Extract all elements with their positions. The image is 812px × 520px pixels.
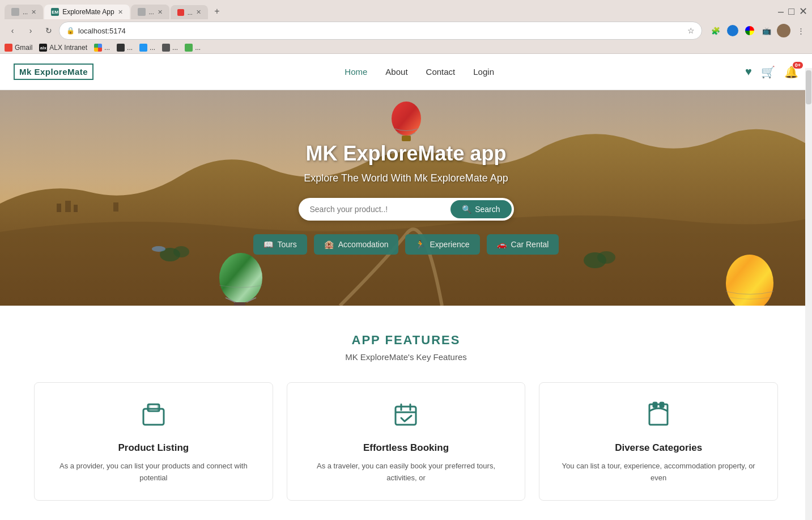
navbar: Mk ExploreMate Home About Contact Login … <box>0 54 812 90</box>
tab2-favicon: EM <box>51 8 59 16</box>
search-button[interactable]: 🔍 Search <box>450 200 511 218</box>
search-icon: 🔍 <box>462 205 471 214</box>
reload-button[interactable]: ↻ <box>41 23 57 39</box>
tab2-label: ExploreMate App <box>62 8 114 16</box>
svg-rect-33 <box>660 402 664 408</box>
tab3-label: ... <box>149 9 154 15</box>
svg-rect-26 <box>157 404 159 411</box>
feature-desc-effortless-booking: As a traveler, you can easily book your … <box>301 460 512 484</box>
hero-title: MK ExploreMate app <box>305 142 506 166</box>
features-grid: Product Listing As a provider, you can l… <box>34 382 778 501</box>
bookmark-gmail[interactable]: Gmail <box>5 44 32 52</box>
nav-links: Home About Contact Login <box>345 67 494 77</box>
colorful-icon[interactable] <box>743 24 756 37</box>
notification-badge: 0+ <box>793 62 803 69</box>
tab1-close-icon[interactable]: ✕ <box>31 9 36 16</box>
bookmark-3[interactable]: ... <box>94 44 110 52</box>
new-tab-button[interactable]: + <box>209 3 225 19</box>
tab4-favicon <box>177 9 184 16</box>
svg-rect-32 <box>653 402 657 408</box>
browser-titlebar: ... ✕ EM ExploreMate App ✕ ... ✕ ... ✕ + <box>0 0 812 19</box>
bookmark-7-label: ... <box>195 44 201 52</box>
scrollbar[interactable] <box>805 68 812 520</box>
lock-icon: 🔒 <box>66 27 75 35</box>
features-subheading: MK ExploreMate's Key Features <box>34 352 778 362</box>
nav-home[interactable]: Home <box>345 67 367 77</box>
tours-label: Tours <box>278 240 297 249</box>
category-tours[interactable]: 📖 Tours <box>253 234 307 255</box>
bookmark-6[interactable]: ... <box>162 44 178 52</box>
diverse-categories-icon <box>553 401 764 433</box>
effortless-booking-icon <box>301 401 512 433</box>
svg-rect-27 <box>396 407 416 425</box>
nav-about[interactable]: About <box>385 67 407 77</box>
browser-toolbar-icons: 🧩 📺 ⋮ <box>709 24 807 37</box>
car-rental-label: Car Rental <box>511 240 549 249</box>
svg-rect-31 <box>649 404 668 425</box>
tab3-close-icon[interactable]: ✕ <box>158 9 163 16</box>
tab4-label: ... <box>188 9 193 16</box>
bookmark-7[interactable]: ... <box>185 44 201 52</box>
hero-subtitle: Explore The World With Mk ExploreMate Ap… <box>304 172 508 184</box>
search-button-label: Search <box>475 205 500 214</box>
logo[interactable]: Mk ExploreMate <box>14 64 93 80</box>
experience-icon: 🏃 <box>415 240 425 249</box>
bookmark-gmail-label: Gmail <box>15 44 32 52</box>
browser-tab-3[interactable]: ... ✕ <box>131 5 169 19</box>
nav-contact[interactable]: Contact <box>426 67 456 77</box>
bookmarks-bar: Gmail alx ALX Intranet ... ... ... ... .… <box>0 42 812 54</box>
close-button[interactable]: ✕ <box>799 6 807 16</box>
back-button[interactable]: ‹ <box>5 23 20 39</box>
browser-tab-4[interactable]: ... ✕ <box>171 5 208 19</box>
bookmark-alx-label: ALX Intranet <box>49 44 87 52</box>
forward-button[interactable]: › <box>23 23 39 39</box>
feature-title-effortless-booking: Effortless Booking <box>301 442 512 454</box>
hero-content: MK ExploreMate app Explore The World Wit… <box>0 90 812 306</box>
category-car-rental[interactable]: 🚗 Car Rental <box>487 234 559 255</box>
bookmark-6-label: ... <box>172 44 178 52</box>
features-heading: APP FEATURES <box>34 333 778 348</box>
profile-icon[interactable] <box>726 24 739 37</box>
category-accommodation[interactable]: 🏨 Accomodation <box>314 234 399 255</box>
feature-title-product-listing: Product Listing <box>48 442 259 454</box>
product-listing-icon <box>48 401 259 433</box>
search-input[interactable] <box>310 205 451 214</box>
svg-rect-25 <box>148 404 150 411</box>
logo-text: Mk ExploreMate <box>19 67 88 77</box>
nav-icons: ♥ 🛒 🔔 0+ <box>745 65 798 79</box>
minimize-button[interactable]: – <box>778 6 784 16</box>
tab1-favicon <box>11 8 19 16</box>
cast-icon[interactable]: 📺 <box>760 24 773 37</box>
bookmark-4-label: ... <box>127 44 133 52</box>
user-profile-avatar[interactable] <box>777 24 790 37</box>
nav-login[interactable]: Login <box>473 67 494 77</box>
maximize-button[interactable]: □ <box>788 6 794 16</box>
car-rental-icon: 🚗 <box>497 240 507 249</box>
browser-address-row: ‹ › ↻ 🔒 localhost:5174 ☆ 🧩 📺 ⋮ <box>0 19 812 42</box>
scrollbar-thumb[interactable] <box>806 70 811 104</box>
browser-tab-1[interactable]: ... ✕ <box>5 5 43 19</box>
bookmark-4[interactable]: ... <box>117 44 133 52</box>
bookmark-5[interactable]: ... <box>139 44 155 52</box>
features-section: APP FEATURES MK ExploreMate's Key Featur… <box>0 306 812 520</box>
tours-icon: 📖 <box>263 240 273 249</box>
cart-button[interactable]: 🛒 <box>761 65 775 79</box>
menu-icon[interactable]: ⋮ <box>794 24 807 37</box>
category-tabs: 📖 Tours 🏨 Accomodation 🏃 Experience 🚗 Ca… <box>253 234 559 255</box>
wishlist-button[interactable]: ♥ <box>745 65 752 78</box>
bookmark-3-label: ... <box>104 44 110 52</box>
tab4-close-icon[interactable]: ✕ <box>196 9 201 16</box>
browser-tab-2[interactable]: EM ExploreMate App ✕ <box>44 5 129 19</box>
feature-desc-diverse-categories: You can list a tour, experience, accommo… <box>553 460 764 484</box>
bookmark-alx[interactable]: alx ALX Intranet <box>39 44 87 52</box>
browser-tabs-row: ... ✕ EM ExploreMate App ✕ ... ✕ ... ✕ + <box>5 3 225 19</box>
feature-card-effortless-booking: Effortless Booking As a traveler, you ca… <box>287 382 526 501</box>
notification-button[interactable]: 🔔 0+ <box>784 65 798 79</box>
accommodation-label: Accomodation <box>338 240 389 249</box>
star-icon[interactable]: ☆ <box>687 26 695 35</box>
feature-desc-product-listing: As a provider, you can list your product… <box>48 460 259 484</box>
category-experience[interactable]: 🏃 Experience <box>405 234 479 255</box>
extensions-icon[interactable]: 🧩 <box>709 24 722 37</box>
tab2-close-icon[interactable]: ✕ <box>118 9 123 16</box>
address-bar[interactable]: 🔒 localhost:5174 ☆ <box>59 22 702 40</box>
